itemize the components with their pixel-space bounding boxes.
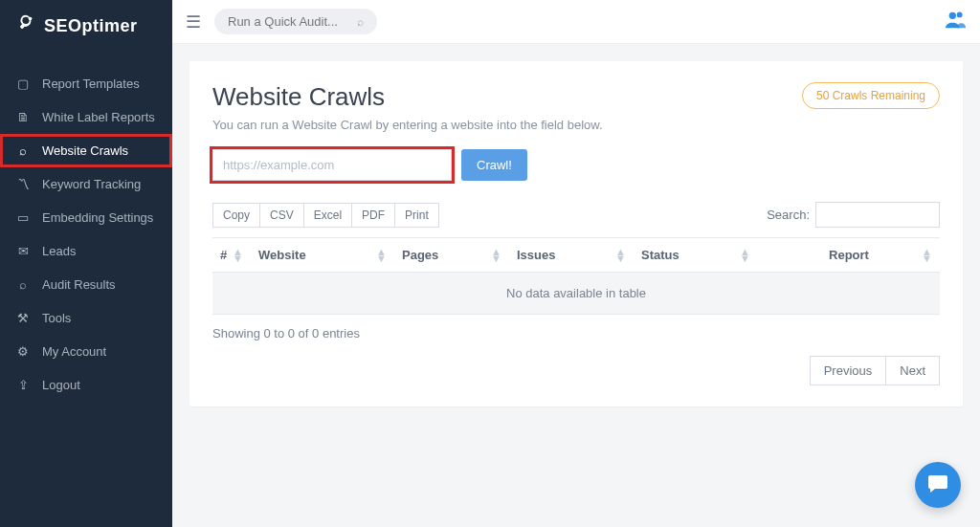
crawl-button[interactable]: Crawl! <box>461 149 527 181</box>
quick-audit-input[interactable] <box>228 14 349 29</box>
col-number[interactable]: #▲▼ <box>212 238 251 273</box>
table-empty-message: No data available in table <box>212 273 940 315</box>
sort-icon: ▲▼ <box>233 249 243 262</box>
sort-icon: ▲▼ <box>740 249 750 262</box>
sidebar-item-label: Embedding Settings <box>42 210 153 225</box>
logo[interactable]: SEOptimer <box>0 0 172 52</box>
table-search-input[interactable] <box>815 202 940 228</box>
sidebar-item-label: Leads <box>42 244 76 258</box>
col-pages[interactable]: Pages▲▼ <box>394 238 509 273</box>
svg-point-0 <box>29 17 33 21</box>
logo-icon <box>15 13 36 38</box>
sidebar-item-my-account[interactable]: ⚙ My Account <box>0 335 172 368</box>
sidebar-item-label: Keyword Tracking <box>42 177 141 191</box>
previous-button[interactable]: Previous <box>810 356 887 385</box>
sidebar-item-label: Logout <box>42 378 80 392</box>
search-icon: ⌕ <box>15 277 31 292</box>
col-issues[interactable]: Issues▲▼ <box>509 238 634 273</box>
col-website[interactable]: Website▲▼ <box>251 238 394 273</box>
table-search-label: Search: <box>767 208 810 222</box>
svg-point-2 <box>957 11 963 17</box>
sidebar-item-label: Website Crawls <box>42 143 128 158</box>
page-subtitle: You can run a Website Crawl by entering … <box>212 118 603 132</box>
page-title: Website Crawls <box>212 82 603 112</box>
sidebar-item-label: Audit Results <box>42 277 116 292</box>
mail-icon: ✉ <box>15 244 31 258</box>
document-icon: 🗎 <box>15 110 31 124</box>
crawl-url-input[interactable] <box>212 149 452 181</box>
chart-icon: 〽 <box>15 177 31 191</box>
tools-icon: ⚒ <box>15 311 31 325</box>
main-content: Website Crawls You can run a Website Cra… <box>172 44 980 527</box>
crawls-remaining-badge: 50 Crawls Remaining <box>802 82 940 109</box>
sort-icon: ▲▼ <box>491 249 501 262</box>
sidebar-item-tools[interactable]: ⚒ Tools <box>0 301 172 335</box>
col-report[interactable]: Report▲▼ <box>758 238 940 273</box>
menu-toggle-icon[interactable]: ☰ <box>186 11 201 33</box>
next-button[interactable]: Next <box>885 356 940 385</box>
sidebar-item-audit-results[interactable]: ⌕ Audit Results <box>0 268 172 301</box>
gear-icon: ⚙ <box>15 344 31 359</box>
sort-icon: ▲▼ <box>376 249 387 262</box>
card: Website Crawls You can run a Website Cra… <box>189 61 963 406</box>
svg-point-1 <box>949 12 956 19</box>
template-icon: ▢ <box>15 77 31 91</box>
sort-icon: ▲▼ <box>615 249 626 262</box>
pagination: Previous Next <box>212 356 940 385</box>
quick-audit-search[interactable]: ⌕ <box>214 9 377 34</box>
sidebar-item-website-crawls[interactable]: ⌕ Website Crawls <box>0 134 172 167</box>
print-button[interactable]: Print <box>394 203 439 228</box>
table-showing-info: Showing 0 to 0 of 0 entries <box>212 326 940 340</box>
sidebar-item-leads[interactable]: ✉ Leads <box>0 234 172 268</box>
nav: ▢ Report Templates 🗎 White Label Reports… <box>0 67 172 402</box>
sidebar-item-embedding-settings[interactable]: ▭ Embedding Settings <box>0 201 172 234</box>
chat-widget[interactable] <box>915 462 961 508</box>
excel-button[interactable]: Excel <box>303 203 352 228</box>
topbar: ☰ ⌕ <box>172 0 980 44</box>
sidebar-item-label: White Label Reports <box>42 110 155 124</box>
sidebar-item-label: Report Templates <box>42 77 140 91</box>
pdf-button[interactable]: PDF <box>351 203 395 228</box>
crawls-table: #▲▼ Website▲▼ Pages▲▼ Issues▲▼ Status▲▼ … <box>212 237 940 315</box>
chat-icon <box>926 472 949 498</box>
sidebar-item-report-templates[interactable]: ▢ Report Templates <box>0 67 172 100</box>
search-icon: ⌕ <box>15 143 31 158</box>
embed-icon: ▭ <box>15 210 31 225</box>
logo-text: SEOptimer <box>44 16 138 36</box>
users-icon[interactable] <box>946 10 967 33</box>
sort-icon: ▲▼ <box>922 249 932 262</box>
col-status[interactable]: Status▲▼ <box>634 238 758 273</box>
sidebar-item-white-label-reports[interactable]: 🗎 White Label Reports <box>0 100 172 134</box>
sidebar-item-keyword-tracking[interactable]: 〽 Keyword Tracking <box>0 167 172 201</box>
logout-icon: ⇪ <box>15 378 31 392</box>
sidebar: SEOptimer ▢ Report Templates 🗎 White Lab… <box>0 0 172 527</box>
sidebar-item-label: My Account <box>42 344 106 359</box>
csv-button[interactable]: CSV <box>259 203 304 228</box>
search-icon: ⌕ <box>357 15 364 29</box>
export-buttons: Copy CSV Excel PDF Print <box>212 203 439 228</box>
sidebar-item-logout[interactable]: ⇪ Logout <box>0 368 172 402</box>
sidebar-item-label: Tools <box>42 311 71 325</box>
copy-button[interactable]: Copy <box>212 203 260 228</box>
